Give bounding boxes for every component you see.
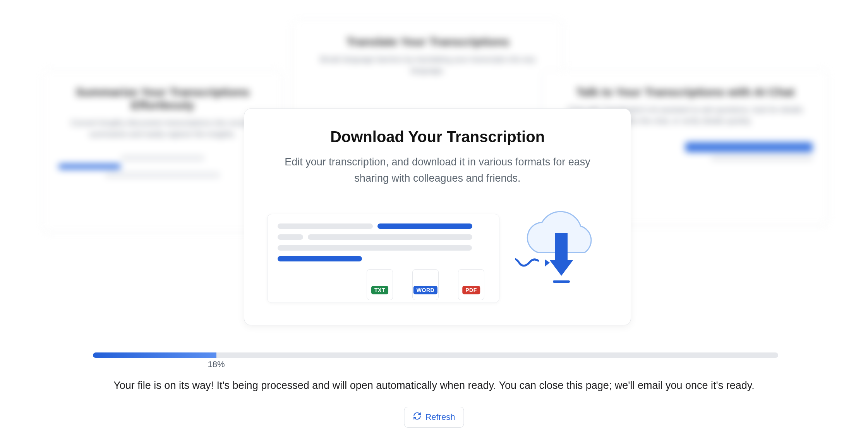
document-preview-panel: TXT WORD PDF bbox=[267, 214, 499, 303]
format-label: WORD bbox=[413, 286, 437, 294]
svg-rect-3 bbox=[553, 280, 570, 283]
bg-card-title: Translate Your Transcriptions bbox=[308, 35, 547, 48]
refresh-button-label: Refresh bbox=[425, 412, 455, 422]
format-label: PDF bbox=[462, 286, 480, 294]
svg-rect-1 bbox=[555, 233, 568, 260]
svg-marker-2 bbox=[550, 260, 573, 276]
format-badge-word: WORD bbox=[412, 269, 439, 300]
bg-card-desc: Convert lengthy discussion transcription… bbox=[58, 117, 267, 140]
bg-card-desc: Break language barriers by translating y… bbox=[308, 54, 547, 76]
download-transcription-card: Download Your Transcription Edit your tr… bbox=[244, 108, 631, 325]
refresh-button[interactable]: Refresh bbox=[404, 407, 464, 428]
cloud-download-icon bbox=[515, 206, 608, 299]
bg-card-title: Talk to Your Transcriptions with AI Chat bbox=[558, 86, 813, 99]
progress-track bbox=[93, 352, 778, 358]
download-illustration: TXT WORD PDF bbox=[267, 202, 608, 309]
card-title: Download Your Transcription bbox=[330, 128, 545, 146]
format-badge-txt: TXT bbox=[367, 269, 393, 300]
format-badge-pdf: PDF bbox=[458, 269, 484, 300]
svg-marker-0 bbox=[545, 260, 550, 266]
progress-fill bbox=[93, 352, 216, 358]
card-subtitle: Edit your transcription, and download it… bbox=[268, 154, 607, 187]
format-label: TXT bbox=[371, 286, 388, 294]
processing-status-text: Your file is on its way! It's being proc… bbox=[0, 380, 868, 392]
refresh-icon bbox=[413, 412, 421, 423]
processing-progress: 18% bbox=[93, 352, 778, 358]
bg-card-title: Summarize Your Transcriptions Effortless… bbox=[58, 86, 267, 112]
progress-percent-label: 18% bbox=[208, 359, 225, 370]
